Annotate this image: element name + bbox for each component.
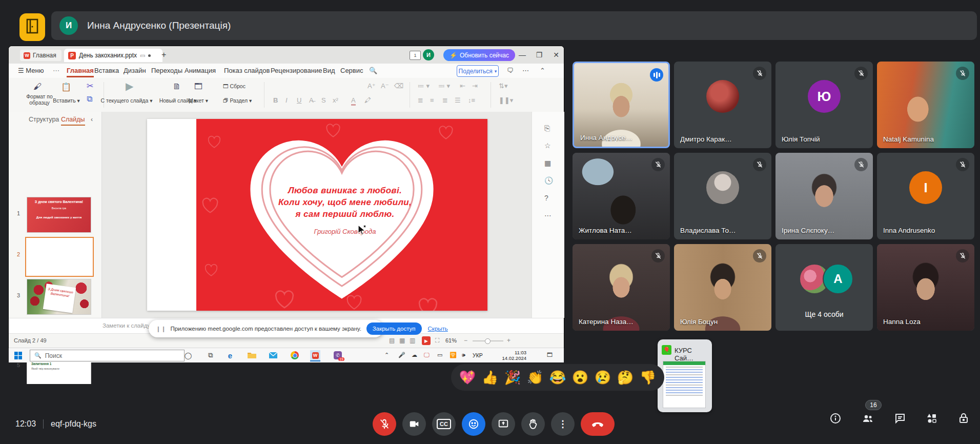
underline-button[interactable]: U — [297, 96, 301, 104]
tab-structure[interactable]: Структура — [29, 116, 59, 123]
participant-tile[interactable]: Ю Юлія Топчій — [775, 62, 873, 148]
chat-button[interactable] — [894, 412, 906, 427]
raise-hand-button[interactable] — [521, 412, 545, 436]
tab-preview-icon[interactable]: ▭ — [140, 52, 145, 59]
align-center-button[interactable]: ≡ — [430, 96, 434, 104]
menu-insert[interactable]: Вставка — [94, 67, 119, 74]
participant-tile[interactable]: Ірина Слєпоку… — [775, 153, 873, 239]
line-spacing-button[interactable]: ↕≡ — [468, 96, 475, 104]
bullet-list-button[interactable]: ≔ ▾ — [418, 82, 430, 90]
reaction-thumbs-down[interactable]: 👎 — [640, 370, 656, 386]
tray-expand-icon[interactable]: ⌃ — [384, 352, 389, 358]
section-button[interactable]: 🗇 Раздел ▾ — [223, 97, 259, 104]
activities-button[interactable] — [926, 412, 938, 427]
wps-document-tab[interactable]: P День закоханих.pptx ▭ — [64, 49, 162, 62]
align-left-button[interactable]: ≣ — [418, 96, 423, 104]
wifi-icon[interactable]: 🛜 — [450, 352, 457, 358]
participant-tile[interactable]: Юлія Боцун — [674, 244, 771, 331]
slide-thumbnail-2-selected[interactable] — [25, 237, 94, 277]
participant-tile[interactable]: Дмитро Карак… — [674, 62, 771, 148]
search-icon[interactable]: 🔍 — [369, 67, 377, 74]
stop-sharing-button[interactable]: Закрыть доступ — [366, 322, 422, 335]
columns-button[interactable]: ❚❚▾ — [499, 96, 513, 104]
participant-tile[interactable]: I Inna Andrusenko — [877, 153, 974, 239]
menu-tools[interactable]: Сервис — [340, 67, 363, 74]
close-button[interactable]: ✕ — [552, 51, 561, 59]
highlight-button[interactable]: 🖍 — [364, 96, 371, 104]
wps-share-button[interactable]: Поделиться ▾ — [457, 65, 499, 77]
slideshow-play-button[interactable]: ▶ — [422, 336, 431, 345]
action-center-icon[interactable]: 🗔 — [547, 352, 553, 358]
zoom-slider-knob[interactable] — [485, 338, 491, 344]
reaction-clap[interactable]: 👏 — [527, 370, 543, 386]
decrease-indent-button[interactable]: ⇤ — [460, 82, 465, 90]
participant-tile[interactable]: Инна Андрусе… — [573, 62, 670, 148]
wps-home-tab[interactable]: W Главная — [20, 50, 62, 61]
bold-button[interactable]: B — [273, 96, 278, 104]
participant-tile[interactable]: Natalj Kamunina — [877, 62, 974, 148]
mic-toggle-button[interactable] — [373, 412, 396, 436]
slide-thumbnail-3[interactable]: З Днем святого Валентина! — [27, 279, 91, 315]
italic-button[interactable]: I — [285, 96, 288, 104]
more-icon[interactable]: ⋯ — [522, 67, 529, 74]
participant-tile[interactable]: Владислава То… — [674, 153, 771, 239]
reactions-toggle-button[interactable] — [462, 412, 485, 436]
sorter-view-icon[interactable]: ▦ — [399, 337, 405, 344]
chrome-icon[interactable] — [290, 350, 300, 360]
host-controls-button[interactable] — [957, 412, 970, 427]
reaction-surprised[interactable]: 😮 — [572, 370, 588, 386]
volume-icon[interactable]: 🕪 — [462, 352, 465, 358]
slide-thumbnail-1[interactable]: З днем святого Валентина! Весела гра Для… — [27, 197, 91, 233]
taskbar-search-input[interactable]: 🔍 Поиск — [30, 350, 185, 361]
reaction-cry[interactable]: 😢 — [595, 370, 611, 386]
zoom-in-button[interactable]: + — [507, 337, 511, 344]
history-icon[interactable]: 🕓 — [544, 176, 553, 185]
reaction-thinking[interactable]: 🤔 — [617, 370, 634, 386]
people-button[interactable]: 16 — [861, 412, 874, 427]
share-pane-icon[interactable]: ⎘ — [544, 124, 550, 133]
present-button[interactable] — [492, 412, 515, 436]
collapse-panel-icon[interactable]: ‹ — [91, 116, 93, 123]
end-call-button[interactable] — [581, 412, 615, 436]
reaction-party[interactable]: 🎉 — [504, 370, 521, 386]
task-view-icon[interactable]: ⧉ — [206, 350, 216, 360]
language-indicator[interactable]: УКР — [473, 352, 483, 358]
menu-overflow-icon[interactable]: ⋯ — [53, 67, 59, 74]
windows-start-button[interactable] — [13, 350, 23, 360]
reset-button[interactable]: 🗖 Сброс — [223, 83, 259, 89]
participant-tile[interactable]: Житлова Ната… — [573, 153, 670, 239]
font-color-button[interactable]: A — [351, 96, 356, 106]
reaction-thumbs-up[interactable]: 👍 — [482, 370, 498, 386]
chart-icon[interactable]: ▦ — [544, 159, 551, 167]
info-button[interactable] — [829, 412, 842, 427]
fit-slide-icon[interactable]: ⛶ — [435, 337, 439, 344]
file-explorer-icon[interactable] — [247, 350, 257, 360]
clear-format-button[interactable]: ⌫ — [394, 82, 403, 90]
numbered-list-button[interactable]: ≕ ▾ — [438, 82, 450, 90]
participant-tile[interactable]: Катерина Наза… — [573, 244, 670, 331]
reaction-laugh[interactable]: 😂 — [549, 370, 566, 386]
star-icon[interactable]: ☆ — [544, 142, 551, 150]
increase-indent-button[interactable]: ⇥ — [472, 82, 478, 90]
from-current-slide-button[interactable]: С текущего слайда ▾ — [91, 97, 162, 104]
increase-font-button[interactable]: A⁺ — [368, 82, 376, 90]
wps-taskbar-icon[interactable]: W — [310, 350, 320, 361]
cut-icon[interactable]: ✂ — [87, 81, 93, 91]
reaction-heart[interactable]: 💖 — [459, 370, 476, 386]
zoom-out-button[interactable]: − — [464, 337, 467, 344]
more-participants-tile[interactable]: A Ще 4 особи — [775, 244, 873, 331]
justify-button[interactable]: ☰ — [455, 96, 461, 104]
shared-window-preview-card[interactable]: 🎈 КУРС Сай… — [658, 339, 712, 412]
menu-review[interactable]: Рецензирование — [271, 67, 322, 74]
new-tab-button[interactable]: + — [161, 50, 166, 59]
restore-button[interactable]: ❐ — [535, 51, 544, 59]
screen-cast-icon[interactable]: 🖵 — [424, 352, 430, 358]
cortana-icon[interactable]: ◯ — [183, 350, 193, 360]
wps-account-avatar[interactable]: И — [423, 49, 434, 60]
update-now-button[interactable]: ⚡ Обновить сейчас — [443, 49, 515, 61]
menu-transitions[interactable]: Переходы — [151, 67, 182, 74]
onedrive-icon[interactable]: ☁ — [412, 352, 417, 358]
zoom-slider[interactable] — [473, 340, 503, 341]
slide-page[interactable]: Любов виникає з любові. Коли хочу, щоб м… — [147, 119, 487, 311]
camera-toggle-button[interactable] — [402, 412, 426, 436]
